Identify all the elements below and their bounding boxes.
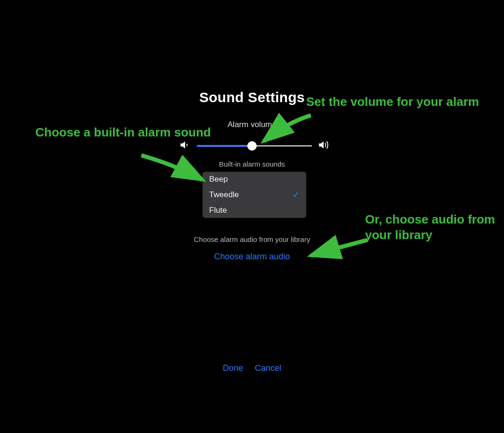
annotation-arrow-volume (254, 108, 320, 151)
dialog-buttons: Done Cancel (0, 363, 504, 373)
sound-option-flute[interactable]: Flute (203, 203, 306, 218)
cancel-button[interactable]: Cancel (255, 363, 281, 373)
checkmark-icon: ✓ (293, 190, 300, 200)
choose-alarm-audio-link[interactable]: Choose alarm audio (0, 252, 504, 262)
done-button[interactable]: Done (223, 363, 243, 373)
sound-option-beep[interactable]: Beep (203, 172, 306, 187)
sound-option-label: Flute (209, 206, 227, 215)
sound-option-label: Tweedle (209, 190, 239, 200)
annotation-library: Or, choose audio from your library (365, 212, 504, 242)
annotation-volume: Set the volume for your alarm (306, 94, 479, 110)
sound-option-tweedle[interactable]: Tweedle ✓ (203, 187, 306, 203)
annotation-builtin: Choose a built-in alarm sound (35, 125, 211, 140)
slider-track-fill (197, 145, 252, 147)
annotation-arrow-builtin (137, 151, 217, 188)
builtin-sounds-label: Built-in alarm sounds (0, 160, 504, 168)
annotation-arrow-library (301, 233, 372, 266)
builtin-sounds-list: Beep Tweedle ✓ Flute (203, 172, 306, 218)
